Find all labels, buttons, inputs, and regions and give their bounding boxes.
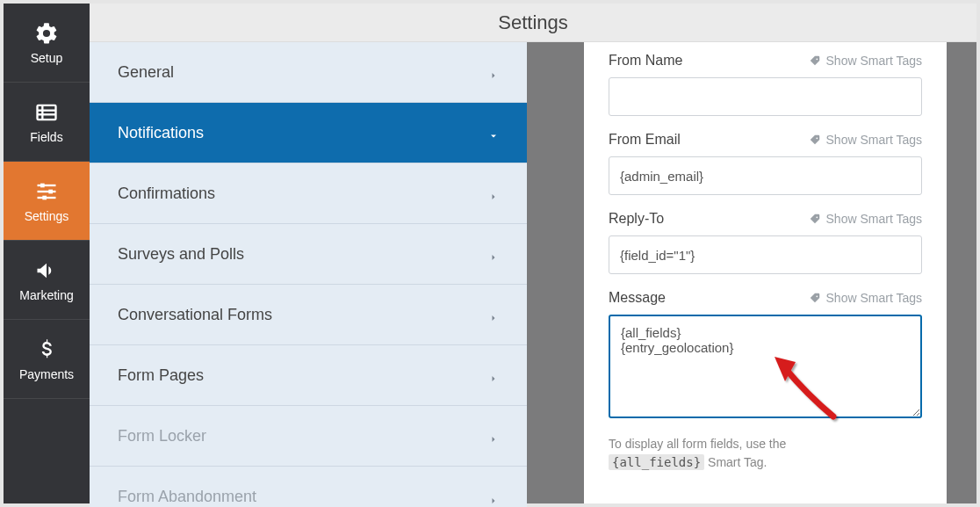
sub-label: Surveys and Polls	[118, 245, 244, 264]
chevron-right-icon	[488, 67, 499, 77]
sub-formlocker[interactable]: Form Locker	[90, 406, 527, 467]
dollar-icon	[34, 337, 59, 362]
chevron-right-icon	[488, 309, 499, 320]
sub-label: Form Abandonment	[118, 488, 256, 506]
sub-general[interactable]: General	[90, 42, 527, 103]
tag-icon	[809, 134, 821, 146]
message-hint: To display all form fields, use the {all…	[609, 435, 837, 472]
svg-rect-8	[48, 189, 53, 193]
settings-subpanel: General Notifications Confirmations Surv…	[90, 42, 527, 503]
sliders-icon	[34, 179, 59, 204]
chevron-right-icon	[488, 492, 499, 503]
sub-conversational[interactable]: Conversational Forms	[90, 285, 527, 345]
smart-tags-label: Show Smart Tags	[826, 133, 922, 147]
sub-label: Confirmations	[118, 185, 215, 203]
from-email-input[interactable]	[609, 156, 922, 195]
rail-marketing[interactable]: Marketing	[4, 241, 90, 320]
reply-to-label: Reply-To	[609, 211, 664, 227]
row-reply-to: Reply-To Show Smart Tags	[609, 211, 922, 274]
notification-settings-card: From Name Show Smart Tags From Email Sho…	[584, 42, 947, 503]
chevron-right-icon	[488, 370, 499, 380]
sub-formabandon[interactable]: Form Abandonment	[90, 467, 527, 507]
smart-tags-fromemail[interactable]: Show Smart Tags	[809, 133, 922, 147]
rail-label: Fields	[30, 130, 62, 144]
list-icon	[34, 100, 59, 125]
svg-rect-9	[42, 195, 47, 199]
chevron-right-icon	[488, 188, 499, 199]
rail-fields[interactable]: Fields	[4, 83, 90, 162]
message-label: Message	[609, 290, 666, 306]
smart-tags-message[interactable]: Show Smart Tags	[809, 291, 922, 305]
smart-tags-label: Show Smart Tags	[826, 291, 922, 305]
svg-rect-7	[40, 183, 45, 187]
smart-tags-label: Show Smart Tags	[826, 212, 922, 226]
row-from-name: From Name Show Smart Tags	[609, 53, 922, 116]
reply-to-input[interactable]	[609, 235, 922, 274]
page-title: Settings	[90, 4, 976, 42]
rail-label: Payments	[19, 367, 74, 381]
sub-label: Form Pages	[118, 366, 204, 385]
row-from-email: From Email Show Smart Tags	[609, 132, 922, 195]
sub-formpages[interactable]: Form Pages	[90, 345, 527, 406]
tag-icon	[809, 54, 821, 67]
tag-icon	[809, 292, 821, 304]
sub-label: Notifications	[118, 124, 204, 142]
rail-settings[interactable]: Settings	[4, 162, 90, 241]
smart-tags-replyto[interactable]: Show Smart Tags	[809, 212, 922, 226]
tag-icon	[809, 213, 821, 225]
smart-tags-fromname[interactable]: Show Smart Tags	[809, 54, 922, 68]
sub-label: General	[118, 63, 174, 82]
chevron-right-icon	[488, 431, 499, 441]
rail-label: Settings	[25, 209, 69, 223]
chevron-down-icon	[488, 127, 499, 138]
rail-label: Setup	[31, 51, 63, 65]
gear-icon	[34, 21, 59, 46]
sub-confirmations[interactable]: Confirmations	[90, 163, 527, 224]
sub-label: Conversational Forms	[118, 306, 272, 324]
svg-rect-0	[38, 105, 56, 119]
rail-label: Marketing	[19, 288, 73, 302]
sub-label: Form Locker	[118, 427, 206, 445]
left-rail: Setup Fields Settings Marketing Payments	[4, 4, 90, 503]
sub-surveys[interactable]: Surveys and Polls	[90, 224, 527, 285]
builder-canvas: From Name Show Smart Tags From Email Sho…	[527, 42, 976, 503]
smart-tags-label: Show Smart Tags	[826, 54, 922, 68]
from-name-input[interactable]	[609, 77, 922, 116]
row-message: Message Show Smart Tags To display all f…	[609, 290, 922, 472]
bullhorn-icon	[34, 258, 59, 283]
sub-notifications[interactable]: Notifications	[90, 103, 527, 163]
rail-payments[interactable]: Payments	[4, 320, 90, 399]
chevron-right-icon	[488, 249, 499, 259]
from-email-label: From Email	[609, 132, 681, 148]
from-name-label: From Name	[609, 53, 682, 69]
rail-setup[interactable]: Setup	[4, 4, 90, 83]
message-textarea[interactable]	[609, 315, 922, 418]
